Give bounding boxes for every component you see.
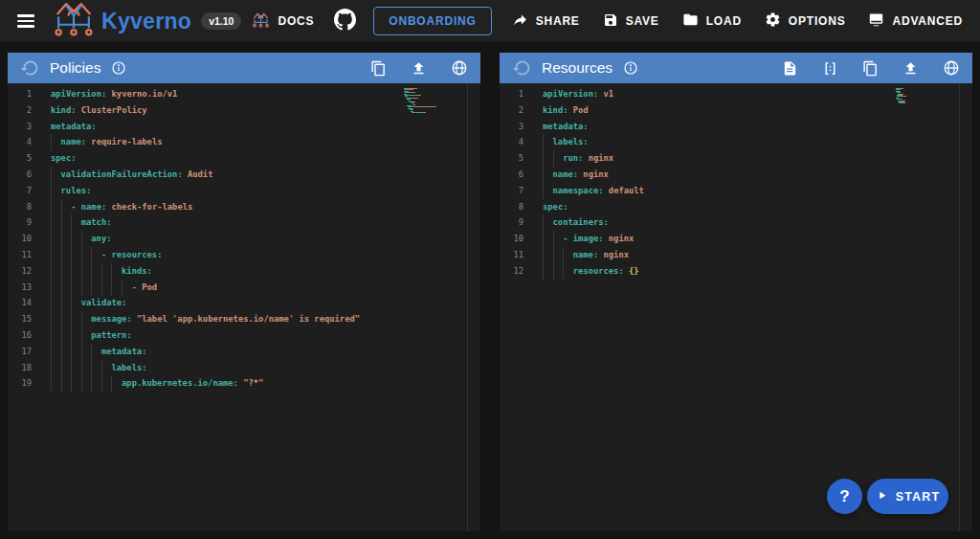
onboarding-button[interactable]: ONBOARDING [373, 7, 491, 35]
line-text: - Pod [51, 280, 157, 296]
code-line[interactable]: 6name: nginx [500, 167, 972, 183]
resources-panel-header: Resources [500, 53, 972, 83]
code-line[interactable]: 7rules: [8, 183, 480, 199]
version-badge: v1.10 [201, 12, 241, 30]
docs-label: DOCS [278, 14, 314, 28]
code-line[interactable]: 11- resources: [8, 247, 480, 263]
line-text: - image: nginx [543, 231, 634, 247]
topbar: Kyverno v1.10 DOCS [0, 0, 980, 42]
history-reset-icon[interactable] [512, 58, 531, 78]
onboarding-label: ONBOARDING [389, 14, 476, 28]
history-reset-icon[interactable] [20, 58, 39, 78]
code-line[interactable]: 17metadata: [8, 344, 480, 360]
code-line[interactable]: 9match: [8, 214, 480, 231]
document-icon[interactable] [782, 60, 798, 77]
code-line[interactable]: 16pattern: [8, 327, 480, 344]
options-label: OPTIONS [789, 14, 846, 28]
resources-minimap[interactable] [896, 88, 944, 104]
options-button[interactable]: OPTIONS [754, 4, 857, 38]
line-text: - name: check-for-labels [51, 199, 192, 215]
line-number: 11 [8, 247, 32, 263]
line-text: kinds: [51, 263, 152, 280]
docs-button[interactable]: DOCS [241, 5, 324, 38]
load-button[interactable]: LOAD [672, 4, 752, 38]
overview-ruler [467, 83, 468, 531]
globe-icon[interactable] [943, 59, 960, 77]
code-line[interactable]: 6validationFailureAction: Audit [8, 167, 480, 183]
line-text: metadata: [51, 119, 97, 135]
line-text: name: nginx [543, 167, 609, 183]
brackets-icon[interactable] [822, 60, 838, 77]
minimap-line [404, 112, 452, 113]
code-line[interactable]: 5spec: [8, 150, 480, 167]
gear-icon [765, 11, 781, 31]
save-label: SAVE [626, 14, 659, 28]
code-line[interactable]: 12kinds: [8, 263, 480, 280]
code-line[interactable]: 3metadata: [8, 119, 480, 135]
line-number: 12 [8, 263, 32, 280]
code-line[interactable]: 7namespace: default [500, 183, 972, 199]
share-button[interactable]: SHARE [501, 4, 590, 38]
line-text: match: [51, 214, 112, 231]
policies-minimap[interactable] [404, 88, 452, 113]
code-line[interactable]: 2kind: Pod [500, 102, 972, 119]
code-line[interactable]: 5run: nginx [500, 150, 972, 167]
code-line[interactable]: 10- image: nginx [500, 231, 972, 247]
code-line[interactable]: 12resources: {} [500, 263, 972, 280]
code-line[interactable]: 9containers: [500, 214, 972, 231]
line-text: message: "label 'app.kubernetes.io/name'… [51, 311, 360, 327]
resources-editor[interactable]: 1apiVersion: v12kind: Pod3metadata:4labe… [500, 83, 972, 531]
code-line[interactable]: 11name: nginx [500, 247, 972, 263]
help-button[interactable]: ? [827, 479, 862, 514]
line-text: metadata: [543, 119, 589, 135]
advanced-button[interactable]: ADVANCED [858, 4, 973, 38]
line-text: containers: [543, 214, 609, 231]
line-number: 5 [500, 150, 523, 167]
line-number: 16 [8, 327, 32, 344]
code-line[interactable]: 13- Pod [8, 280, 480, 296]
line-text: apiVersion: v1 [543, 86, 613, 102]
line-text: run: nginx [543, 150, 613, 167]
globe-icon[interactable] [451, 59, 468, 77]
line-number: 2 [500, 102, 523, 119]
line-number: 19 [8, 375, 32, 392]
start-label: START [896, 490, 941, 504]
line-number: 3 [500, 119, 523, 135]
info-icon[interactable] [111, 60, 126, 76]
code-line[interactable]: 4name: require-labels [8, 134, 480, 150]
code-line[interactable]: 8spec: [500, 199, 972, 215]
code-line[interactable]: 4labels: [500, 134, 972, 150]
upload-icon[interactable] [902, 60, 919, 77]
code-line[interactable]: 19app.kubernetes.io/name: "?*" [8, 375, 480, 392]
line-number: 1 [8, 86, 32, 102]
code-line[interactable]: 14validate: [8, 295, 480, 311]
code-line[interactable]: 10any: [8, 231, 480, 247]
line-text: metadata: [51, 344, 147, 360]
line-number: 6 [8, 167, 32, 183]
save-button[interactable]: SAVE [592, 5, 670, 38]
line-number: 1 [500, 86, 523, 102]
info-icon[interactable] [623, 60, 638, 76]
code-line[interactable]: 18labels: [8, 360, 480, 376]
copy-icon[interactable] [862, 60, 879, 77]
line-text: apiVersion: kyverno.io/v1 [51, 86, 177, 102]
brand-title: Kyverno [101, 9, 191, 34]
line-number: 7 [500, 183, 523, 199]
window-icon [868, 11, 884, 31]
code-line[interactable]: 3metadata: [500, 119, 972, 135]
line-number: 6 [500, 167, 523, 183]
line-text: rules: [51, 183, 91, 199]
line-number: 4 [8, 134, 32, 150]
line-text: labels: [51, 360, 147, 376]
policies-editor[interactable]: 1apiVersion: kyverno.io/v12kind: Cluster… [8, 83, 480, 531]
start-button[interactable]: START [867, 479, 948, 514]
line-text: validate: [51, 295, 126, 311]
code-line[interactable]: 8- name: check-for-labels [8, 199, 480, 215]
resources-header-actions [782, 59, 960, 77]
menu-icon[interactable] [10, 5, 42, 37]
upload-icon[interactable] [411, 60, 427, 77]
code-line[interactable]: 15message: "label 'app.kubernetes.io/nam… [8, 311, 480, 327]
line-text: - resources: [51, 247, 162, 263]
copy-icon[interactable] [370, 60, 387, 77]
github-button[interactable] [326, 3, 364, 39]
